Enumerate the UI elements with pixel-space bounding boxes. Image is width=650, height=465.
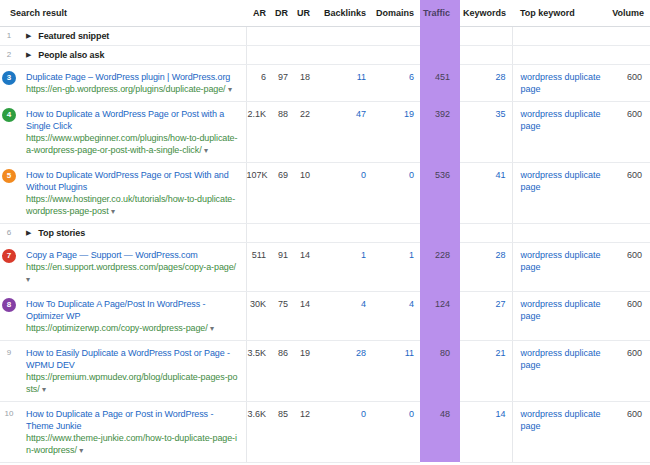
table-row-result-5: 5 How to Duplicate WordPress Page or Pos… [0,163,650,224]
table-row-result-7: 7 Copy a Page — Support — WordPress.com … [0,243,650,292]
ur-value: 22 [294,102,316,163]
result-title-link[interactable]: How to Duplicate a WordPress Page or Pos… [26,108,240,132]
rank-badge: 7 [2,249,16,263]
result-url-link[interactable]: https://en-gb.wordpress.org/plugins/dupl… [26,84,226,94]
row-position: 10 [0,402,18,463]
backlinks-link[interactable]: 47 [316,102,372,163]
url-dropdown-icon[interactable]: ▾ [79,446,83,455]
keywords-link[interactable]: 28 [460,243,512,292]
table-row-top-stories[interactable]: 6 ▶Top stories [0,224,650,243]
volume-value: 600 [608,163,650,224]
dr-value: 88 [272,102,294,163]
dr-value: 69 [272,163,294,224]
volume-value: 600 [608,243,650,292]
dr-value: 86 [272,341,294,402]
url-dropdown-icon[interactable]: ▾ [204,146,208,155]
url-dropdown-icon[interactable]: ▾ [111,207,115,216]
serp-overview-table: Search result AR DR UR Backlinks Domains… [0,0,650,463]
ar-value: 6 [246,65,272,102]
dr-value: 75 [272,292,294,341]
result-url-link[interactable]: https://en.support.wordpress.com/pages/c… [26,262,236,272]
domains-link[interactable]: 19 [372,102,420,163]
table-row-result-10: 10 How to Duplicate a Page or Post in Wo… [0,402,650,463]
url-dropdown-icon[interactable]: ▾ [42,385,46,394]
top-keyword-link[interactable]: wordpress duplicate page [512,65,608,102]
table-row-people-also-ask[interactable]: 2 ▶People also ask [0,46,650,65]
row-position: 6 [0,224,18,243]
top-keyword-link[interactable]: wordpress duplicate page [512,102,608,163]
result-url-link[interactable]: https://optimizerwp.com/copy-wordpress-p… [26,323,208,333]
url-dropdown-icon[interactable]: ▾ [228,85,232,94]
top-keyword-link[interactable]: wordpress duplicate page [512,243,608,292]
domains-link[interactable]: 11 [372,341,420,402]
section-label[interactable]: People also ask [38,50,104,60]
result-title-link[interactable]: How to Easily Duplicate a WordPress Post… [26,347,240,371]
url-dropdown-icon[interactable]: ▾ [210,324,214,333]
table-row-featured-snippet[interactable]: 1 ▶Featured snippet [0,27,650,46]
volume-value: 600 [608,65,650,102]
traffic-value: 228 [420,243,460,292]
backlinks-link[interactable]: 0 [316,163,372,224]
result-title-link[interactable]: How To Duplicate A Page/Post In WordPres… [26,298,240,322]
expand-arrow-icon[interactable]: ▶ [26,229,31,236]
ur-value: 18 [294,65,316,102]
col-header-keywords: Keywords [460,0,512,27]
section-label[interactable]: Top stories [38,228,85,238]
top-keyword-link[interactable]: wordpress duplicate page [512,341,608,402]
rank-badge: 3 [2,71,16,85]
keywords-link[interactable]: 41 [460,163,512,224]
table-row-result-8: 8 How To Duplicate A Page/Post In WordPr… [0,292,650,341]
keywords-link[interactable]: 35 [460,102,512,163]
result-url-link[interactable]: https://www.theme-junkie.com/how-to-dupl… [26,433,237,455]
ur-value: 14 [294,243,316,292]
ar-value: 107K [246,163,272,224]
col-header-ur: UR [294,0,316,27]
row-position: 9 [0,341,18,402]
keywords-link[interactable]: 28 [460,65,512,102]
col-header-volume: Volume [608,0,650,27]
traffic-value: 48 [420,402,460,463]
section-label[interactable]: Featured snippet [38,31,109,41]
top-keyword-link[interactable]: wordpress duplicate page [512,402,608,463]
expand-arrow-icon[interactable]: ▶ [26,32,31,39]
keywords-link[interactable]: 14 [460,402,512,463]
expand-arrow-icon[interactable]: ▶ [26,51,31,58]
ar-value: 3.5K [246,341,272,402]
traffic-value: 124 [420,292,460,341]
volume-value: 600 [608,402,650,463]
domains-link[interactable]: 4 [372,292,420,341]
backlinks-link[interactable]: 28 [316,341,372,402]
result-url-link[interactable]: https://www.hostinger.co.uk/tutorials/ho… [26,194,235,216]
top-keyword-link[interactable]: wordpress duplicate page [512,163,608,224]
header-row: Search result AR DR UR Backlinks Domains… [0,0,650,27]
backlinks-link[interactable]: 11 [316,65,372,102]
ar-value: 30K [246,292,272,341]
col-header-dr: DR [272,0,294,27]
domains-link[interactable]: 0 [372,163,420,224]
backlinks-link[interactable]: 4 [316,292,372,341]
result-title-link[interactable]: How to Duplicate WordPress Page or Post … [26,169,240,193]
volume-value: 600 [608,102,650,163]
domains-link[interactable]: 6 [372,65,420,102]
keywords-link[interactable]: 27 [460,292,512,341]
col-header-top-keyword: Top keyword [512,0,608,27]
traffic-value: 536 [420,163,460,224]
top-keyword-link[interactable]: wordpress duplicate page [512,292,608,341]
col-header-ar: AR [246,0,272,27]
result-title-link[interactable]: How to Duplicate a Page or Post in WordP… [26,408,240,432]
ar-value: 2.1K [246,102,272,163]
dr-value: 85 [272,402,294,463]
result-title-link[interactable]: Duplicate Page – WordPress plugin | Word… [26,71,240,83]
result-url-link[interactable]: https://premium.wpmudev.org/blog/duplica… [26,372,237,394]
table-row-result-4: 4 How to Duplicate a WordPress Page or P… [0,102,650,163]
volume-value: 600 [608,341,650,402]
keywords-link[interactable]: 21 [460,341,512,402]
row-position: 1 [0,27,18,46]
domains-link[interactable]: 1 [372,243,420,292]
url-dropdown-icon[interactable]: ▾ [26,275,30,284]
backlinks-link[interactable]: 0 [316,402,372,463]
result-title-link[interactable]: Copy a Page — Support — WordPress.com [26,249,240,261]
domains-link[interactable]: 0 [372,402,420,463]
rank-badge: 5 [2,169,16,183]
backlinks-link[interactable]: 1 [316,243,372,292]
